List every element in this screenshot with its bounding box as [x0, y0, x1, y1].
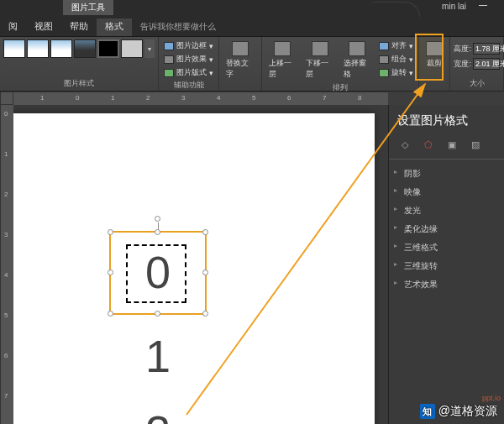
pane-category-tabs: ◇ ⬠ ▣ ▨	[389, 133, 504, 160]
group-label-aux: 辅助功能	[162, 79, 215, 92]
selection-pane-button[interactable]: 选择窗格	[340, 39, 375, 81]
tab-format[interactable]: 格式	[97, 17, 132, 36]
content-digit-1: 1	[109, 330, 207, 382]
group-arrange: 上移一层 下移一层 选择窗格 对齐 ▾ 组合 ▾ 旋转 ▾ 排列	[262, 37, 420, 91]
resize-handle-b[interactable]	[155, 311, 160, 317]
pane-item[interactable]: 三维旋转	[389, 257, 504, 275]
send-backward-button[interactable]: 下移一层	[302, 39, 337, 81]
resize-handle-br[interactable]	[202, 311, 208, 317]
tab-help[interactable]: 帮助	[61, 17, 97, 36]
resize-handle-t[interactable]	[155, 229, 160, 235]
rotate-handle[interactable]	[155, 216, 160, 222]
group-size: 高度:1.78 厘米 宽度:2.01 厘米 大小	[450, 37, 504, 91]
styles-more-icon[interactable]: ▾	[144, 39, 155, 58]
pane-item[interactable]: 映像	[389, 183, 504, 202]
group-style-options: 图片边框 ▾ 图片效果 ▾ 图片版式 ▾ 辅助功能	[159, 37, 219, 91]
pane-item[interactable]: 三维格式	[389, 238, 504, 257]
document-canvas[interactable]: 0 1 2	[13, 105, 388, 424]
window-minimize-icon[interactable]	[479, 5, 487, 6]
width-field[interactable]: 宽度:2.01 厘米	[454, 58, 500, 70]
site-watermark: ppt.io	[482, 394, 501, 402]
user-name[interactable]: min lai	[442, 2, 466, 11]
group-label-styles: 图片样式	[3, 77, 155, 90]
pane-title: 设置图片格式	[389, 105, 504, 133]
page: 0 1 2	[13, 113, 375, 424]
ruler-corner	[0, 92, 13, 105]
select-pane-icon	[349, 41, 365, 56]
effects-icon	[164, 55, 174, 64]
resize-handle-bl[interactable]	[108, 311, 113, 317]
group-picture-styles: ▾ 图片样式	[0, 37, 159, 91]
style-thumb-6[interactable]	[121, 39, 143, 58]
pane-section-list: 阴影映像发光柔化边缘三维格式三维旋转艺术效果	[389, 160, 504, 299]
zhihu-logo-icon: 知	[420, 404, 435, 419]
crop-button[interactable]: 裁剪	[423, 39, 446, 71]
group-alt-text: 替换文字	[219, 37, 262, 91]
rotate-icon	[379, 69, 389, 77]
pane-tab-picture-icon[interactable]: ▨	[468, 137, 483, 152]
resize-handle-tr[interactable]	[202, 229, 208, 235]
picture-effects-button[interactable]: 图片效果 ▾	[162, 53, 215, 65]
group-button[interactable]: 组合 ▾	[377, 53, 415, 65]
title-bar: 图片工具 min lai	[0, 0, 504, 18]
style-thumb-2[interactable]	[27, 39, 49, 58]
group-crop: 裁剪	[419, 37, 450, 91]
content-digit-0: 0	[111, 246, 205, 298]
backward-icon	[312, 41, 328, 56]
height-field[interactable]: 高度:1.78 厘米	[454, 43, 500, 55]
width-value[interactable]: 2.01 厘米	[473, 58, 500, 70]
style-thumb-1[interactable]	[3, 39, 25, 58]
format-picture-pane: 设置图片格式 ◇ ⬠ ▣ ▨ 阴影映像发光柔化边缘三维格式三维旋转艺术效果	[388, 105, 504, 424]
pane-item[interactable]: 阴影	[389, 165, 504, 183]
zhihu-watermark: 知 @道格资源	[420, 404, 497, 419]
ribbon: ▾ 图片样式 图片边框 ▾ 图片效果 ▾ 图片版式 ▾ 辅助功能 替换文字 上移…	[0, 37, 504, 92]
height-value[interactable]: 1.78 厘米	[473, 43, 500, 55]
image-selection[interactable]: 0	[109, 231, 207, 315]
crop-icon	[426, 41, 443, 56]
group-label-size: 大小	[454, 77, 500, 90]
pane-item[interactable]: 柔化边缘	[389, 220, 504, 238]
resize-handle-tl[interactable]	[108, 229, 113, 235]
picture-border-button[interactable]: 图片边框 ▾	[162, 39, 215, 52]
pane-tab-fill-icon[interactable]: ◇	[397, 137, 412, 152]
ruler-vertical[interactable]: 01234567	[0, 105, 13, 424]
pane-tab-effects-icon[interactable]: ⬠	[421, 137, 436, 152]
pane-tab-size-icon[interactable]: ▣	[444, 137, 459, 152]
rotate-button[interactable]: 旋转 ▾	[377, 66, 415, 79]
content-digit-2: 2	[109, 406, 207, 424]
border-icon	[164, 42, 174, 50]
picture-styles-gallery[interactable]: ▾	[3, 39, 155, 58]
tab-read[interactable]: 阅	[0, 17, 26, 36]
ruler-horizontal[interactable]: 210123456789	[13, 92, 388, 105]
style-thumb-5[interactable]	[97, 39, 119, 58]
tell-me-input[interactable]: 告诉我你想要做什么	[132, 18, 224, 36]
pane-item[interactable]: 艺术效果	[389, 275, 504, 294]
zhihu-author: @道格资源	[438, 404, 497, 419]
forward-icon	[274, 41, 291, 56]
align-button[interactable]: 对齐 ▾	[377, 39, 415, 52]
picture-layout-button[interactable]: 图片版式 ▾	[162, 66, 215, 79]
tab-view[interactable]: 视图	[26, 17, 61, 36]
decorative-circuit	[370, 2, 420, 17]
ribbon-tabs: 阅 视图 帮助 格式 告诉我你想要做什么	[0, 18, 504, 37]
style-thumb-3[interactable]	[50, 39, 72, 58]
alt-text-button[interactable]: 替换文字	[223, 39, 258, 81]
alt-text-icon	[232, 41, 249, 56]
group-icon	[379, 55, 389, 64]
pane-item[interactable]: 发光	[389, 202, 504, 220]
context-tool-label: 图片工具	[63, 0, 113, 15]
style-thumb-4[interactable]	[74, 39, 96, 58]
layout-icon	[164, 69, 174, 77]
align-icon	[379, 42, 389, 50]
bring-forward-button[interactable]: 上移一层	[265, 39, 300, 81]
